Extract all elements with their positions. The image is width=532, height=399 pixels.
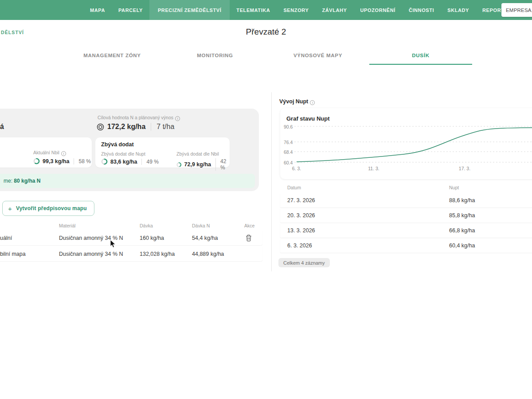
col-header-actions: Akce bbox=[244, 223, 254, 228]
nupt-row-date: 27. 3. 2026 bbox=[287, 197, 315, 203]
company-selector[interactable]: EMPRESA, S bbox=[501, 3, 532, 17]
remaining-nupt-progress-ring bbox=[101, 158, 108, 165]
nbil-progress-ring bbox=[33, 158, 40, 164]
col-header-datum: Datum bbox=[287, 185, 301, 190]
target-icon bbox=[97, 123, 104, 131]
col-header-nupt: Nupt bbox=[449, 185, 459, 190]
recommendation-text: me: 80 kg/ha N bbox=[4, 178, 40, 184]
nav-item-telematika[interactable]: TELEMATIKA bbox=[230, 0, 277, 20]
nav-item-zavlahy[interactable]: ZÁVLAHY bbox=[315, 0, 353, 20]
col-header-dose-n: Dávka N bbox=[192, 223, 210, 228]
row-name-fragment: bilní mapa bbox=[0, 251, 26, 257]
tab-monitoring[interactable]: MONITORING bbox=[164, 47, 266, 65]
nupt-row-value: 66,8 kg/ha bbox=[449, 227, 475, 234]
nupt-row-date: 13. 3. 2026 bbox=[287, 227, 315, 234]
remaining-card: Zbývá dodat Zbývá dodat dle Nupt 83,6 kg… bbox=[95, 137, 230, 168]
nav-item-precizni-zemedelstvi[interactable]: PRECIZNÍ ZEMĚDĚLSTVÍ bbox=[149, 0, 230, 20]
remaining-nbil-progress-ring bbox=[176, 161, 182, 168]
target-n-value-row: 172,2 kg/ha 7 t/ha bbox=[97, 123, 174, 131]
tab-vynosove-mapy[interactable]: VÝNOSOVÉ MAPY bbox=[266, 47, 369, 65]
nupt-row[interactable]: 13. 3. 2026 66,8 kg/ha bbox=[280, 224, 532, 238]
nbil-metric: Aktuální Nbili 99,3 kg/ha 58 % bbox=[33, 150, 91, 164]
nupt-row-date: 6. 3. 2026 bbox=[287, 243, 312, 249]
row-name-fragment: uální bbox=[0, 235, 12, 241]
target-n-label: Cílová hodnota N a plánovaný výnosi bbox=[98, 115, 180, 121]
nav-items: MAPA PARCELY PRECIZNÍ ZEMĚDĚLSTVÍ TELEMA… bbox=[83, 0, 532, 20]
row-dose-n: 44,889 kg/ha bbox=[192, 251, 224, 257]
nav-item-senzory[interactable]: SENZORY bbox=[277, 0, 315, 20]
nav-item-sklady[interactable]: SKLADY bbox=[441, 0, 476, 20]
nupt-row-value: 88,6 kg/ha bbox=[449, 197, 475, 203]
remaining-nupt-percent: 49 % bbox=[141, 159, 158, 165]
record-count-badge: Celkem 4 záznamy bbox=[278, 258, 330, 267]
nupt-row[interactable]: 20. 3. 2026 85,8 kg/ha bbox=[280, 209, 532, 223]
info-icon[interactable]: i bbox=[175, 116, 180, 121]
target-n-label-text: Cílová hodnota N a plánovaný výnos bbox=[98, 115, 173, 120]
nupt-row-value: 60,4 kg/ha bbox=[449, 243, 475, 249]
info-icon[interactable]: i bbox=[310, 100, 315, 105]
table-row-manual[interactable]: uální Dusičnan amonný 34 % N 160 kg/ha 5… bbox=[0, 231, 262, 245]
create-prescription-map-button[interactable]: + Vytvořit předpisovou mapu bbox=[2, 201, 94, 216]
nav-item-mapa[interactable]: MAPA bbox=[83, 0, 112, 20]
nav-item-upozorneni[interactable]: UPOZORNĚNÍ bbox=[354, 0, 402, 20]
nbil-percent: 58 % bbox=[74, 158, 90, 164]
tab-management-zony[interactable]: MANAGEMENT ZÓNY bbox=[61, 47, 164, 65]
row-dose: 132,028 kg/ha bbox=[140, 251, 175, 257]
remaining-nupt-value: 83,6 kg/ha bbox=[110, 159, 137, 165]
page-title: Převzaté 2 bbox=[0, 27, 532, 37]
recommendation-fragment: me: bbox=[4, 178, 12, 184]
col-header-dose: Dávka bbox=[140, 223, 153, 228]
row-material: Dusičnan amonný 34 % N bbox=[59, 251, 123, 257]
nav-item-cinnosti[interactable]: ČINNOSTI bbox=[402, 0, 441, 20]
mouse-cursor bbox=[110, 239, 116, 248]
remaining-nupt-label: Zbývá dodat dle Nupt bbox=[101, 151, 159, 156]
target-n-value: 172,2 kg/ha bbox=[107, 123, 145, 131]
create-prescription-map-label: Vytvořit předpisovou mapu bbox=[16, 205, 87, 211]
info-icon[interactable]: i bbox=[61, 151, 66, 156]
nupt-row[interactable]: 27. 3. 2026 88,6 kg/ha bbox=[280, 194, 532, 207]
nupt-panel-title: Vývoj Nupti bbox=[279, 98, 315, 105]
nupt-row-date: 20. 3. 2026 bbox=[287, 212, 315, 219]
crop-name-fragment: á bbox=[0, 123, 4, 131]
remaining-nupt-metric: Zbývá dodat dle Nupt 83,6 kg/ha 49 % bbox=[101, 151, 159, 165]
remaining-nbil-percent: 42 % bbox=[215, 158, 230, 171]
panel-divider bbox=[271, 92, 272, 271]
nupt-row[interactable]: 6. 3. 2026 60,4 kg/ha bbox=[280, 239, 532, 253]
recommendation-value: 80 kg/ha N bbox=[14, 178, 40, 184]
col-header-material: Materiál bbox=[59, 223, 75, 228]
nbil-card: Aktuální Nbili 99,3 kg/ha 58 % bbox=[0, 137, 92, 168]
recommendation-banner: me: 80 kg/ha N bbox=[0, 174, 255, 188]
nupt-row-value: 85,8 kg/ha bbox=[449, 212, 475, 219]
nupt-area-chart bbox=[280, 108, 532, 179]
nbil-label: Aktuální Nbili bbox=[33, 150, 91, 156]
nupt-chart-card: Graf stavu Nupt 90.6 76.4 68.4 60.4 6. 3… bbox=[280, 108, 532, 179]
nbil-label-text: Aktuální Nbil bbox=[33, 150, 59, 155]
tab-dusik[interactable]: DUSÍK bbox=[369, 47, 472, 65]
remaining-nbil-metric: Zbývá dodat dle Nbil 72,9 kg/ha 42 % bbox=[176, 151, 230, 171]
plus-icon: + bbox=[8, 205, 12, 212]
row-dose-n: 54,4 kg/ha bbox=[192, 235, 218, 241]
nav-item-parcely[interactable]: PARCELY bbox=[112, 0, 149, 20]
top-nav-bar: MAPA PARCELY PRECIZNÍ ZEMĚDĚLSTVÍ TELEMA… bbox=[0, 0, 532, 20]
remaining-title: Zbývá dodat bbox=[101, 141, 134, 148]
nupt-panel-title-text: Vývoj Nupt bbox=[279, 98, 308, 105]
table-row-variable-map[interactable]: bilní mapa Dusičnan amonný 34 % N 132,02… bbox=[0, 246, 262, 261]
remaining-nbil-value: 72,9 kg/ha bbox=[184, 161, 211, 168]
nbil-value: 99,3 kg/ha bbox=[43, 158, 69, 164]
remaining-nbil-label: Zbývá dodat dle Nbil bbox=[176, 151, 230, 156]
planned-yield-value: 7 t/ha bbox=[151, 123, 174, 131]
delete-icon[interactable] bbox=[246, 235, 252, 242]
row-dose: 160 kg/ha bbox=[140, 235, 164, 241]
tab-bar: MANAGEMENT ZÓNY MONITORING VÝNOSOVÉ MAPY… bbox=[61, 47, 472, 65]
